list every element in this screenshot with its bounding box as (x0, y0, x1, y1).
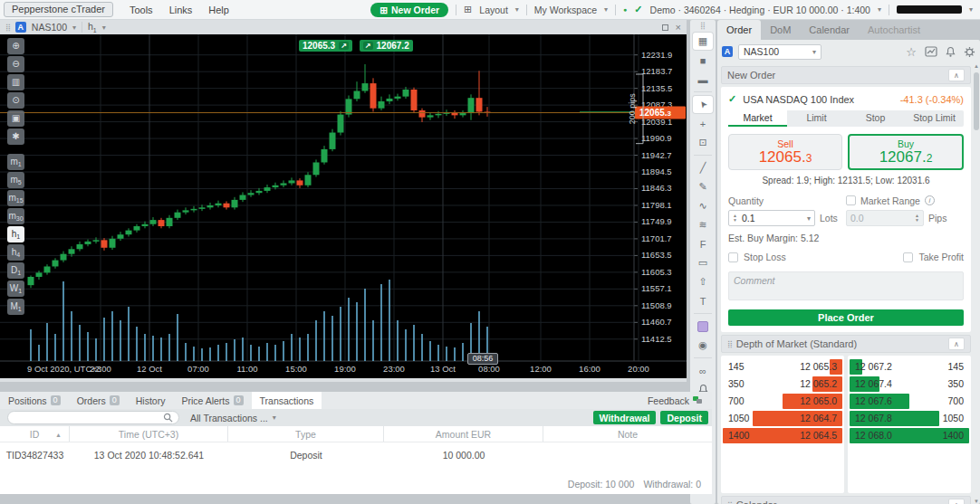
quick-sell-button[interactable]: 12065.3 ↗ (299, 40, 352, 52)
collapse-chevron-icon[interactable]: ∧ (948, 338, 965, 350)
layout-caret-icon[interactable]: ▾ (515, 5, 519, 14)
stepper-arrows-icon[interactable]: ▲▼ (733, 214, 737, 223)
chart-canvas[interactable]: 12231.912183.712135.512087.312039.111990… (0, 34, 687, 378)
tab-dom[interactable]: DoM (761, 20, 800, 40)
take-profit-checkbox[interactable] (903, 252, 913, 262)
toolbar-drag-handle[interactable]: ⣿ (700, 22, 706, 30)
dom-ask-ladder[interactable]: 12 067.214512 067.435012 067.670012 067.… (848, 356, 971, 493)
deposit-button[interactable]: Deposit (660, 411, 708, 424)
tab-autochartist[interactable]: Autochartist (859, 20, 929, 40)
dom-header[interactable]: ⣿ Depth of Market (Standard) ∧ (721, 335, 971, 353)
ask-row[interactable]: 12 067.81050 (850, 410, 969, 427)
comment-input[interactable] (728, 271, 964, 300)
market-range-checkbox[interactable] (846, 195, 856, 205)
timeframe-m15-button[interactable]: m15 (7, 190, 24, 206)
user-caret-icon[interactable]: ▾ (969, 5, 973, 14)
collapse-chevron-icon[interactable]: ∧ (948, 499, 965, 504)
collapse-chevron-icon[interactable]: ∧ (948, 69, 965, 81)
timeframe-h4-button[interactable]: h4 (7, 244, 24, 261)
col-note[interactable]: Note (543, 426, 712, 442)
tab-price-alerts[interactable]: Price Alerts0 (173, 392, 251, 409)
new-order-header[interactable]: New Order ∧ (721, 66, 971, 84)
bell-icon[interactable] (946, 46, 956, 58)
timeframe-d1-button[interactable]: D1 (7, 262, 24, 279)
section-drag-handle[interactable]: ⣿ (727, 501, 732, 504)
gear-icon[interactable] (964, 46, 975, 58)
cursor-tool-icon[interactable]: ➤ (693, 96, 713, 113)
col-amount[interactable]: Amount EUR (384, 426, 543, 442)
symbol-caret-icon[interactable]: ▾ (72, 24, 76, 32)
chart-timeframe-selector[interactable]: h1 (88, 21, 97, 33)
account-caret-icon[interactable]: ▾ (878, 5, 881, 14)
bid-row[interactable]: 14512 065.3 (723, 358, 842, 376)
new-order-button[interactable]: ⊞ New Order (370, 3, 448, 17)
account-selector[interactable]: Demo · 3460264 · Hedging · EUR 10 000.00… (650, 5, 870, 15)
tab-orders[interactable]: Orders0 (69, 392, 128, 409)
col-type[interactable]: Type (228, 426, 384, 442)
snapshot-button[interactable]: ▣ (7, 110, 24, 127)
quantity-caret-icon[interactable]: ▾ (807, 214, 811, 223)
draw-tool-icon[interactable]: ✎ (693, 178, 713, 195)
zoom-out-button[interactable]: ⊖ (7, 56, 24, 72)
maximize-icon[interactable] (662, 24, 668, 31)
pattern-search-icon[interactable]: ∞ (693, 362, 713, 379)
dom-bid-ladder[interactable]: 14512 065.335012 065.270012 065.0105012 … (721, 356, 844, 493)
feedback-link[interactable]: Feedback (648, 392, 712, 409)
menu-help[interactable]: Help (208, 5, 229, 15)
search-input[interactable] (14, 413, 163, 423)
search-box[interactable] (7, 411, 179, 424)
scrollbar-thumb[interactable] (974, 72, 979, 130)
window-drag-handle[interactable]: ⣿ (5, 24, 10, 32)
withdrawal-button[interactable]: Withdrawal (593, 411, 657, 424)
stepper-arrows-icon[interactable]: ▲▼ (915, 214, 919, 223)
symbol-type-badge[interactable]: A (15, 22, 26, 33)
chart-type-button[interactable]: ▥ (7, 74, 24, 90)
bid-row[interactable]: 70012 065.0 (723, 393, 842, 410)
tab-stop[interactable]: Stop (846, 110, 905, 127)
symbol-select[interactable]: NAS100 ▾ (738, 44, 821, 60)
user-name-redacted[interactable] (897, 5, 962, 14)
measure-tool-icon[interactable]: ⊡ (693, 134, 713, 151)
layout-menu[interactable]: Layout (479, 5, 508, 15)
workspace-caret-icon[interactable]: ▾ (604, 5, 608, 14)
layout-single-icon[interactable]: ■ (693, 52, 713, 69)
app-menu-button[interactable]: Pepperstone cTrader (4, 2, 113, 17)
menu-links[interactable]: Links (169, 5, 193, 15)
ask-row[interactable]: 12 067.4350 (850, 376, 969, 393)
tab-stop-limit[interactable]: Stop Limit (905, 110, 964, 127)
layout-rows-icon[interactable]: ▬ (693, 71, 713, 88)
calendar-header[interactable]: ⣿ Calendar ∧ (721, 496, 971, 504)
text-tool-icon[interactable]: T (693, 292, 713, 309)
chart-settings-button[interactable]: ✱ (7, 128, 24, 145)
channel-tool-icon[interactable]: ≋ (693, 216, 713, 233)
quick-buy-button[interactable]: ↗ 12067.2 (360, 40, 413, 52)
buy-button[interactable]: Buy 12067.2 (848, 134, 964, 170)
color-picker-icon[interactable] (693, 318, 713, 335)
tab-limit[interactable]: Limit (787, 110, 846, 127)
bid-row[interactable]: 105012 064.7 (723, 410, 842, 427)
rectangle-tool-icon[interactable]: ▭ (693, 254, 713, 271)
tab-positions[interactable]: Positions0 (0, 392, 69, 409)
tab-history[interactable]: History (128, 392, 174, 409)
crosshair-tool-icon[interactable]: + (693, 115, 713, 132)
col-id[interactable]: ID▲ (0, 426, 70, 442)
quantity-stepper[interactable]: ▲▼ 0.1 ▾ (728, 210, 815, 226)
bid-row[interactable]: 35012 065.2 (723, 376, 842, 393)
wave-tool-icon[interactable]: ∿ (693, 197, 713, 214)
close-icon[interactable]: × (676, 22, 681, 33)
market-range-pips-input[interactable]: 0.0 ▲▼ (846, 210, 924, 226)
timeframe-h1-button[interactable]: h1 (7, 226, 24, 242)
panel-scrollbar[interactable]: ▲ ▼ (973, 63, 980, 504)
scroll-up-icon[interactable]: ▲ (973, 63, 980, 69)
timeframe-m5-button[interactable]: m5 (7, 172, 24, 188)
time-zone-button[interactable]: ⊙ (7, 92, 24, 109)
transactions-filter[interactable]: All Transactions ... ▾ (190, 413, 276, 423)
ask-row[interactable]: 12 068.01400 (850, 427, 969, 444)
sell-button[interactable]: Sell 12065.3 (728, 134, 842, 170)
ask-row[interactable]: 12 067.2145 (850, 358, 969, 376)
tab-order[interactable]: Order (717, 20, 761, 40)
place-order-button[interactable]: Place Order (728, 309, 964, 326)
scroll-down-icon[interactable]: ▼ (973, 499, 980, 504)
timeframe-w1-button[interactable]: W1 (7, 281, 24, 297)
bid-row[interactable]: 140012 064.5 (723, 427, 842, 444)
